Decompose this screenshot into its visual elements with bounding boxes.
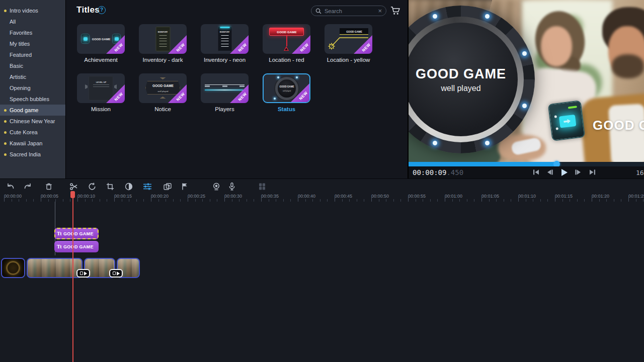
new-badge: NEW: [230, 35, 249, 54]
title-thumbnail: GOOD GAME well played NEW: [139, 73, 187, 103]
title-item-inventory-dark[interactable]: INVENTORY NEW Inventory - dark: [139, 24, 187, 63]
title-item-label: Inventory - dark: [139, 57, 187, 63]
preview-player: GOOD GAME well played GOOD GAME 00:00:0: [409, 0, 644, 178]
cut-icon[interactable]: [68, 181, 79, 192]
title-thumbnail: INVENTORY NEW: [201, 24, 249, 54]
title-item-label: Notice: [139, 106, 187, 112]
new-content-dot: [4, 109, 7, 112]
achievement-gadget-overlay: [548, 100, 586, 141]
delete-icon[interactable]: [43, 181, 54, 192]
crop-icon[interactable]: [105, 181, 116, 192]
skip-end-button[interactable]: [587, 167, 597, 177]
sidebar-item-artistic[interactable]: Artistic: [0, 71, 65, 82]
search-box[interactable]: ×: [311, 6, 386, 16]
play-button[interactable]: [559, 167, 569, 177]
redo-icon[interactable]: [22, 181, 33, 192]
tech-gadget-icon: [81, 34, 90, 44]
title-item-label: Location - red: [263, 57, 310, 63]
help-icon[interactable]: ?: [98, 6, 106, 14]
location-pin-icon: [284, 46, 289, 51]
new-badge: NEW: [292, 35, 310, 54]
title-item-notice[interactable]: GOOD GAME well played NEW Notice: [139, 73, 187, 112]
title-item-achievement[interactable]: GOOD GAME NEW Achievement: [77, 24, 125, 63]
text-clip-icon: Tt: [57, 231, 61, 236]
page-title: Titles: [76, 5, 100, 15]
new-content-dot: [4, 153, 7, 156]
new-content-dot: [4, 10, 7, 12]
title-thumbnail: GOOD GAME well played NEW: [263, 73, 310, 103]
search-icon: [315, 8, 321, 14]
sidebar-item-cute-korea[interactable]: Cute Korea: [0, 127, 65, 138]
sidebar-item-opening[interactable]: Opening: [0, 82, 65, 94]
clip-properties-icon[interactable]: [142, 181, 153, 192]
title-thumbnail: INVENTORY NEW: [139, 24, 187, 54]
title-item-location-yellow[interactable]: GOOD GAME NEW Location - yellow: [325, 24, 372, 63]
title-item-label: Location - yellow: [325, 57, 372, 63]
new-content-dot: [4, 142, 7, 145]
title-item-label: Achievement: [77, 57, 125, 63]
titles-panel: Titles ? × GOOD GAME NEW Achievement: [66, 0, 408, 178]
badge-subtitle: well played: [441, 84, 480, 93]
title-clip-2[interactable]: Tt GOOD GAME: [54, 241, 99, 252]
track-layout-icon[interactable]: [257, 181, 268, 192]
new-badge: NEW: [168, 35, 187, 54]
sidebar-item-basic[interactable]: Basic: [0, 60, 65, 71]
timeline-tracks: Tt GOOD GAME Tt GOOD GAME: [0, 202, 644, 362]
video-clip-2[interactable]: [27, 258, 83, 278]
sidebar-item-my-titles[interactable]: My titles: [0, 38, 65, 49]
seek-bar[interactable]: [409, 162, 644, 166]
timecode: 00:00:09.450: [413, 168, 463, 176]
record-voice-icon[interactable]: [226, 181, 237, 192]
timeline-ruler[interactable]: 00:00:00 00:00:05 00:00:10 00:00:15 00:0…: [0, 193, 644, 202]
transition-icon[interactable]: [162, 181, 173, 192]
achievement-title-overlay: GOOD GAME: [593, 118, 644, 133]
title-item-label: Mission: [77, 106, 125, 112]
title-clip-1[interactable]: Tt GOOD GAME: [54, 228, 99, 239]
marker-icon[interactable]: [179, 181, 190, 192]
sidebar-item-intro-videos[interactable]: Intro videos: [0, 5, 65, 16]
title-thumbnail: GOOD GAME NEW: [263, 24, 310, 54]
timeline: 00:00:00 00:00:05 00:00:10 00:00:15 00:0…: [0, 178, 644, 362]
title-item-location-red[interactable]: GOOD GAME NEW Location - red: [263, 24, 310, 63]
rotate-icon[interactable]: [87, 181, 98, 192]
search-input[interactable]: [325, 8, 375, 14]
badge-title: GOOD GAME: [416, 66, 506, 82]
text-clip-icon: Tt: [57, 244, 61, 249]
app-window: Intro videos All Favorites My titles Fea…: [0, 0, 644, 362]
transition-chip-2[interactable]: [109, 269, 123, 278]
title-item-inventory-neon[interactable]: INVENTORY NEW Inventory - neon: [201, 24, 249, 63]
title-item-status[interactable]: GOOD GAME well played NEW Status: [263, 73, 310, 112]
title-item-players[interactable]: NEW Players: [201, 73, 249, 112]
status-ring: [275, 77, 298, 100]
sidebar-item-favorites[interactable]: Favorites: [0, 27, 65, 38]
transition-chip-1[interactable]: [76, 269, 90, 278]
title-item-mission[interactable]: LEVEL UP NEW Mission: [77, 73, 125, 112]
sidebar-item-speech-bubbles[interactable]: Speech bubbles: [0, 94, 65, 105]
transport-bar: 00:00:09.450 16: [409, 166, 644, 178]
next-frame-button[interactable]: [573, 167, 583, 177]
title-thumbnail: GOOD GAME NEW: [325, 24, 372, 54]
undo-icon[interactable]: [5, 181, 16, 192]
sidebar-item-all[interactable]: All: [0, 16, 65, 27]
playhead-handle[interactable]: [70, 191, 75, 198]
skip-start-button[interactable]: [531, 167, 541, 177]
title-item-label: Inventory - neon: [201, 57, 249, 63]
title-thumbnail: LEVEL UP NEW: [77, 73, 125, 103]
title-item-label: Status: [263, 106, 310, 112]
webcam-icon[interactable]: [211, 181, 222, 192]
title-thumbnail: NEW: [201, 73, 249, 103]
store-cart-icon[interactable]: [390, 6, 401, 16]
clear-search-icon[interactable]: ×: [378, 8, 382, 14]
new-content-dot: [4, 120, 7, 123]
prev-frame-button[interactable]: [545, 167, 555, 177]
video-clip-1[interactable]: [1, 258, 25, 278]
new-content-dot: [4, 131, 7, 134]
sidebar-item-kawaii-japan[interactable]: Kawaii Japan: [0, 138, 65, 149]
aspect-ratio-label[interactable]: 16: [636, 169, 644, 176]
sidebar-item-good-game[interactable]: Good game: [0, 105, 65, 116]
sidebar-item-sacred-india[interactable]: Sacred India: [0, 149, 65, 160]
sidebar-item-chinese-new-year[interactable]: Chinese New Year: [0, 116, 65, 127]
color-adjust-icon[interactable]: [123, 181, 134, 192]
playhead-line: [72, 191, 73, 362]
sidebar-item-featured[interactable]: Featured: [0, 49, 65, 60]
